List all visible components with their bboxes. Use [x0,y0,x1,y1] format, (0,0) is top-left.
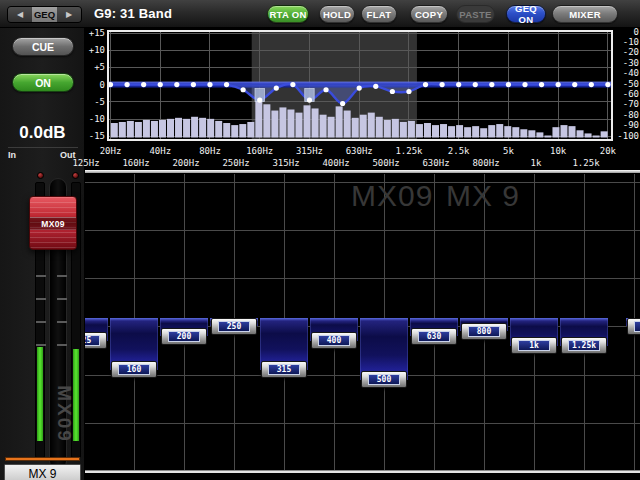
geq-band-knob-630[interactable]: 630 [411,328,457,345]
selector-prev-button[interactable]: ◀ [8,7,32,22]
grid-line [85,230,640,231]
band-freq-label: 1.25k [572,158,599,168]
axis-label-rta: -30 [615,59,639,68]
eq-point[interactable] [605,82,610,87]
geq-band-knob-315[interactable]: 315 [261,361,307,378]
eq-point[interactable] [373,84,378,89]
eq-point[interactable] [340,101,345,106]
rta-bar [352,118,359,138]
fader-tick [57,321,67,323]
rta-on-button[interactable]: RTA ON [267,5,309,23]
axis-label-rta: -90 [615,121,639,130]
right-arrow-icon: ▶ [66,10,72,19]
freq-tick-label: 2.5k [448,146,470,156]
rta-bar [159,120,166,138]
cue-button[interactable]: CUE [12,37,74,56]
rta-bar [464,127,471,137]
eq-point[interactable] [572,82,577,87]
geq-band-knob-500[interactable]: 500 [361,371,407,388]
fader-knob-label: MX09 [30,217,76,230]
geq-editor-screen: G9: 31 Band RTA ONHOLDFLATCOPYPASTEGEQ O… [0,0,640,480]
eq-point[interactable] [191,82,196,87]
axis-label-rta: 0 [615,28,639,37]
eq-point[interactable] [489,82,494,87]
paste-button[interactable]: PASTE [456,5,495,23]
rta-bar [593,136,600,138]
rta-bar [167,119,174,138]
meter-in-label: In [8,150,16,160]
geq-band-knob-400[interactable]: 400 [311,332,357,349]
copy-button[interactable]: COPY [410,5,448,23]
rta-bar [368,113,375,138]
eq-point[interactable] [274,85,279,90]
rta-bar [199,118,206,138]
page-title: G9: 31 Band [94,6,172,21]
axis-label-eq: 0 [84,81,105,90]
eq-point[interactable] [390,89,395,94]
rta-bar [231,125,238,137]
rta-bar [287,110,294,138]
geq-on-button[interactable]: GEQ ON [506,5,546,23]
eq-point[interactable] [158,82,163,87]
rta-bar [496,124,503,137]
flat-button[interactable]: FLAT [361,5,397,23]
rta-bar [432,125,439,137]
clip-led-in [37,172,44,179]
eq-point[interactable] [207,82,212,87]
eq-point[interactable] [556,82,561,87]
on-button[interactable]: ON [12,73,74,92]
eq-point[interactable] [224,82,229,87]
eq-point[interactable] [539,82,544,87]
rta-bar [191,117,198,138]
rta-bar [111,123,118,137]
eq-graph[interactable] [109,32,611,139]
eq-point[interactable] [473,82,478,87]
geq-band-knob-250[interactable]: 250 [211,318,257,335]
mixer-button[interactable]: MIXER [552,5,618,23]
hold-button[interactable]: HOLD [319,5,355,23]
fader-tick [36,275,46,277]
eq-point[interactable] [522,82,527,87]
eq-point[interactable] [423,82,428,87]
geq-band-knob-800[interactable]: 800 [461,323,507,340]
eq-point[interactable] [406,89,411,94]
freq-tick-label: 20k [600,146,616,156]
eq-point[interactable] [174,82,179,87]
geq-band-knob-1.6k[interactable]: 1.6k [627,318,640,335]
eq-point[interactable] [456,82,461,87]
selector-next-button[interactable]: ▶ [57,7,81,22]
left-arrow-icon: ◀ [17,10,23,19]
eq-point[interactable] [589,82,594,87]
geq-band-knob-200[interactable]: 200 [161,328,207,345]
eq-point[interactable] [124,82,129,87]
scroll-indicator[interactable] [85,470,640,473]
geq-band-knob-label: 800 [468,326,500,337]
eq-point[interactable] [440,82,445,87]
eq-point[interactable] [323,87,328,92]
rta-bar [376,117,383,138]
eq-point[interactable] [506,82,511,87]
geq-band-knob-label: 1.25k [568,340,600,351]
geq-band-knob-1k[interactable]: 1k [511,337,557,354]
axis-label-rta: -60 [615,90,639,99]
geq-band-knob-label: 200 [168,331,200,342]
freq-tick-label: 1.25k [395,146,422,156]
eq-point[interactable] [257,97,262,102]
eq-point[interactable] [141,82,146,87]
band-freq-label: 1k [531,158,542,168]
freq-tick-label: 5k [503,146,514,156]
eq-point[interactable] [290,82,295,87]
freq-tick-label: 40Hz [149,146,171,156]
eq-point[interactable] [241,87,246,92]
rta-bar [440,124,447,137]
geq-band-knob-125[interactable]: 125 [85,332,107,349]
channel-fader-knob[interactable]: MX09 [29,196,77,250]
grid-line [85,423,640,424]
eq-point[interactable] [307,97,312,102]
eq-point[interactable] [357,85,362,90]
rta-bar [552,127,559,137]
axis-label-eq: +15 [84,29,105,38]
geq-band-knob-160[interactable]: 160 [111,361,157,378]
rta-bar [577,130,584,137]
geq-band-knob-1.25k[interactable]: 1.25k [561,337,607,354]
